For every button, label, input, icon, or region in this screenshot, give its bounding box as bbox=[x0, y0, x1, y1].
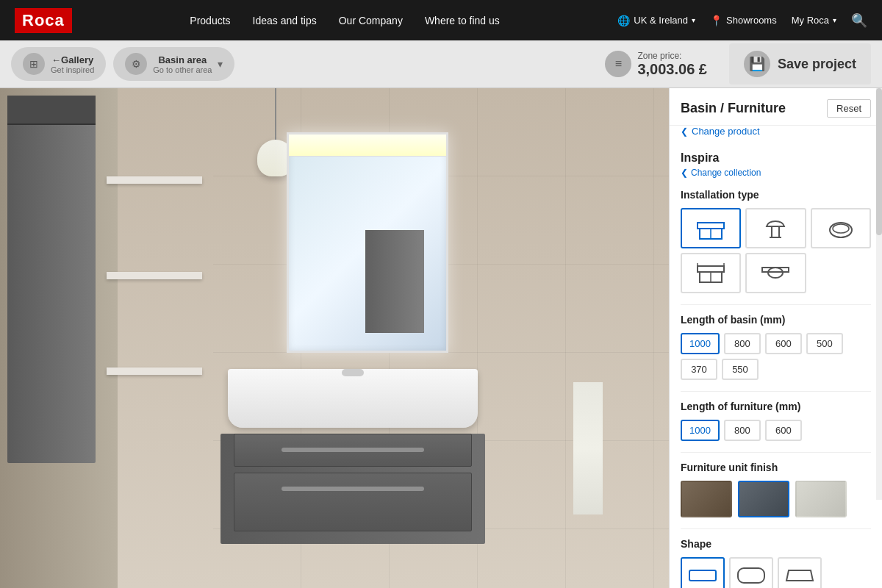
gallery-sub: Get inspired bbox=[51, 65, 94, 74]
basin-length-500[interactable]: 500 bbox=[806, 333, 843, 354]
main-content: Basin / Furniture Reset ❮ Change product… bbox=[0, 88, 882, 588]
drawer-handle-1 bbox=[282, 448, 423, 452]
towel-rail bbox=[566, 382, 610, 529]
drawer-handle-2 bbox=[282, 487, 423, 491]
svg-rect-6 bbox=[698, 266, 724, 272]
basin-length-options: 1000 800 600 500 370 550 bbox=[681, 333, 871, 380]
install-icon-pedestal bbox=[761, 215, 790, 241]
pendant-cord bbox=[275, 88, 276, 140]
divider-4 bbox=[681, 528, 871, 529]
install-option-undercounter[interactable] bbox=[681, 208, 741, 248]
change-collection-link[interactable]: ❮ Change collection bbox=[681, 168, 871, 178]
furniture-length-label: Length of furniture (mm) bbox=[681, 401, 871, 412]
vanity-drawer-bottom bbox=[234, 473, 472, 531]
installation-type-label: Installation type bbox=[681, 189, 871, 201]
install-icon-dropin bbox=[826, 215, 856, 241]
shape-icon-3 bbox=[785, 564, 814, 587]
mirror-cabinet bbox=[365, 230, 424, 333]
svg-point-5 bbox=[833, 224, 849, 233]
shelf-1 bbox=[107, 176, 202, 184]
change-product-label: Change product bbox=[692, 126, 760, 137]
my-roca-label: My Roca bbox=[792, 15, 829, 26]
gallery-button[interactable]: ⊞ ←Gallery Get inspired bbox=[11, 47, 106, 81]
showrooms-label: Showrooms bbox=[726, 15, 777, 26]
price-list-icon: ≡ bbox=[605, 51, 631, 77]
install-icon-undercounter bbox=[696, 215, 725, 241]
furniture-length-600[interactable]: 600 bbox=[765, 420, 802, 441]
installation-type-grid bbox=[681, 208, 871, 293]
save-project-button[interactable]: 💾 Save project bbox=[729, 43, 871, 85]
install-option-pedestal[interactable] bbox=[745, 208, 806, 248]
nav-where[interactable]: Where to find us bbox=[425, 15, 500, 26]
region-label: UK & Ireland bbox=[634, 15, 688, 26]
basin-area-button[interactable]: ⚙ Basin area Go to other area ▾ bbox=[113, 47, 234, 81]
svg-rect-14 bbox=[738, 568, 764, 583]
logo[interactable]: Roca bbox=[15, 8, 72, 33]
gallery-grid-icon: ⊞ bbox=[23, 53, 45, 75]
basin-length-550[interactable]: 550 bbox=[722, 359, 759, 380]
change-collection-label: Change collection bbox=[691, 168, 761, 178]
vanity-drawer-top bbox=[234, 434, 472, 467]
collection-name: Inspira bbox=[681, 151, 871, 165]
svg-rect-13 bbox=[689, 570, 716, 581]
search-button[interactable]: 🔍 bbox=[851, 12, 867, 29]
install-option-countertop[interactable] bbox=[745, 253, 806, 293]
install-icon-countertop bbox=[761, 260, 790, 286]
shelf-2 bbox=[107, 272, 202, 279]
basin-length-600[interactable]: 600 bbox=[765, 333, 802, 354]
towel bbox=[573, 382, 603, 514]
vanity-cabinet bbox=[220, 434, 485, 544]
basin bbox=[228, 369, 478, 428]
gallery-label: ←Gallery bbox=[51, 54, 94, 65]
header: Roca Products Ideas and tips Our Company… bbox=[0, 0, 882, 40]
vanity-unit bbox=[213, 332, 492, 544]
zone-price-section: ≡ Zone price: 3,003.06 £ bbox=[605, 51, 707, 78]
finish-dark-grey[interactable] bbox=[738, 481, 789, 517]
basin-drain bbox=[342, 369, 364, 376]
install-option-dropin[interactable] bbox=[811, 208, 871, 248]
basin-length-800[interactable]: 800 bbox=[724, 333, 761, 354]
basin-length-1000[interactable]: 1000 bbox=[681, 333, 720, 354]
main-nav: Products Ideas and tips Our Company Wher… bbox=[72, 15, 618, 26]
finish-light-grey[interactable] bbox=[795, 481, 847, 517]
finish-swatch-group bbox=[681, 481, 871, 517]
shelf-3 bbox=[107, 368, 202, 375]
divider-3 bbox=[681, 452, 871, 453]
install-option-wallhung[interactable] bbox=[681, 253, 741, 293]
nav-ideas[interactable]: Ideas and tips bbox=[253, 15, 317, 26]
save-project-label: Save project bbox=[778, 57, 856, 72]
scrollbar-thumb[interactable] bbox=[876, 88, 882, 235]
furniture-length-800[interactable]: 800 bbox=[724, 420, 761, 441]
shape-option-3[interactable] bbox=[778, 557, 822, 588]
nav-right: 🌐 UK & Ireland ▾ 📍 Showrooms My Roca ▾ 🔍 bbox=[617, 12, 867, 29]
basin-area-sub: Go to other area bbox=[153, 65, 212, 74]
my-roca-link[interactable]: My Roca ▾ bbox=[792, 15, 836, 26]
divider-2 bbox=[681, 391, 871, 392]
shape-option-2[interactable] bbox=[729, 557, 773, 588]
sidebar-section-title: Basin / Furniture bbox=[681, 101, 786, 116]
basin-length-label: Length of basin (mm) bbox=[681, 314, 871, 326]
divider-1 bbox=[681, 304, 871, 305]
shape-option-1[interactable] bbox=[681, 557, 725, 588]
shape-options bbox=[681, 557, 871, 588]
globe-icon: 🌐 bbox=[617, 15, 630, 26]
nav-company[interactable]: Our Company bbox=[339, 15, 403, 26]
change-collection-arrow: ❮ bbox=[681, 168, 688, 178]
nav-products[interactable]: Products bbox=[190, 15, 230, 26]
wall-shelves bbox=[107, 176, 202, 397]
cabinet-top bbox=[7, 96, 96, 125]
zone-price-value: 3,003.06 £ bbox=[637, 61, 707, 78]
reset-button[interactable]: Reset bbox=[827, 99, 871, 118]
showrooms-link[interactable]: 📍 Showrooms bbox=[710, 15, 777, 26]
bathroom-scene bbox=[0, 88, 669, 588]
mirror bbox=[287, 132, 448, 353]
region-selector[interactable]: 🌐 UK & Ireland ▾ bbox=[617, 15, 695, 26]
finish-dark-wood[interactable] bbox=[681, 481, 732, 517]
zone-price-label: Zone price: bbox=[637, 51, 707, 61]
furniture-length-options: 1000 800 600 bbox=[681, 420, 871, 441]
shape-label: Shape bbox=[681, 538, 871, 550]
change-product-link[interactable]: ❮ Change product bbox=[670, 126, 882, 144]
furniture-length-1000[interactable]: 1000 bbox=[681, 420, 720, 441]
basin-length-370[interactable]: 370 bbox=[681, 359, 717, 380]
shape-icon-1 bbox=[688, 564, 717, 587]
